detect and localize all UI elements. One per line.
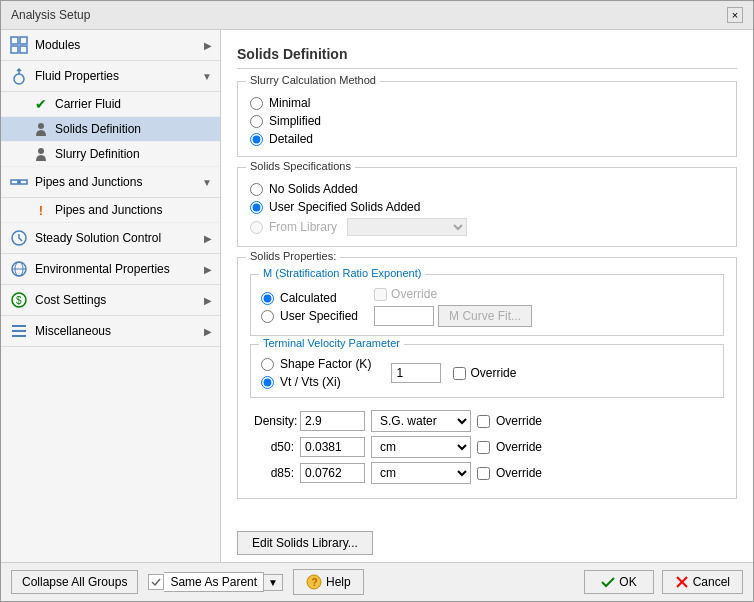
- svg-rect-2: [11, 46, 18, 53]
- m-group: M (Stratification Ratio Exponent) Calcul…: [250, 274, 724, 336]
- calculated-override-check[interactable]: [374, 288, 387, 301]
- svg-rect-15: [12, 325, 26, 327]
- pipes-junctions-label: Pipes and Junctions: [55, 203, 162, 217]
- from-library-label: From Library: [269, 220, 337, 234]
- user-specified-label: User Specified Solids Added: [269, 200, 420, 214]
- svg-rect-0: [11, 37, 18, 44]
- slurry-method-group: Slurry Calculation Method Minimal Simpli…: [237, 81, 737, 157]
- d50-override-label: Override: [496, 440, 542, 454]
- d85-override-check[interactable]: [477, 467, 490, 480]
- no-solids-radio[interactable]: [250, 183, 263, 196]
- calculated-radio[interactable]: [261, 292, 274, 305]
- d50-label: d50:: [254, 440, 294, 454]
- from-library-select[interactable]: [347, 218, 467, 236]
- shape-factor-radio-row: Shape Factor (K): [261, 357, 371, 371]
- close-button[interactable]: ×: [727, 7, 743, 23]
- ok-check-icon: [601, 575, 615, 589]
- fluid-icon: [9, 66, 29, 86]
- sidebar-group-steady: Steady Solution Control ▶: [1, 223, 220, 254]
- density-unit-select[interactable]: S.G. water kg/m³ lb/ft³: [371, 410, 471, 432]
- simplified-radio[interactable]: [250, 115, 263, 128]
- sidebar-item-pipes-junctions[interactable]: ! Pipes and Junctions: [1, 198, 220, 223]
- title-bar: Analysis Setup ×: [1, 1, 753, 30]
- user-specified-radio-row: User Specified Solids Added: [250, 200, 724, 214]
- sidebar-group-misc: Miscellaneous ▶: [1, 316, 220, 347]
- solids-properties-title: Solids Properties:: [246, 250, 340, 262]
- modules-icon: [9, 35, 29, 55]
- bottom-bar-left: Collapse All Groups Same As Parent ▼ ? H…: [11, 569, 574, 595]
- m-group-title: M (Stratification Ratio Exponent): [259, 267, 425, 279]
- steady-icon: [9, 228, 29, 248]
- help-label: Help: [326, 575, 351, 589]
- d50-row: d50: cm mm in Override: [254, 436, 724, 458]
- window-title: Analysis Setup: [11, 8, 90, 22]
- terminal-override-check[interactable]: [453, 367, 466, 380]
- m-user-value-input[interactable]: [374, 306, 434, 326]
- density-override-check[interactable]: [477, 415, 490, 428]
- solids-properties-group: Solids Properties: M (Stratification Rat…: [237, 257, 737, 499]
- density-input[interactable]: [300, 411, 365, 431]
- calculated-override-label: Override: [391, 287, 437, 301]
- bottom-bar-right: OK Cancel: [584, 570, 743, 594]
- sidebar-item-carrier-fluid[interactable]: ✔ Carrier Fluid: [1, 92, 220, 117]
- sidebar-group-cost: $ Cost Settings ▶: [1, 285, 220, 316]
- solids-definition-label: Solids Definition: [55, 122, 141, 136]
- d50-input[interactable]: [300, 437, 365, 457]
- vt-vts-label: Vt / Vts (Xi): [280, 375, 341, 389]
- same-as-parent-dropdown[interactable]: ▼: [264, 574, 283, 591]
- slurry-method-title: Slurry Calculation Method: [246, 74, 380, 86]
- m-curve-fit-button[interactable]: M Curve Fit...: [438, 305, 532, 327]
- misc-label: Miscellaneous: [35, 324, 204, 338]
- env-icon: [9, 259, 29, 279]
- sidebar-group-misc-header[interactable]: Miscellaneous ▶: [1, 316, 220, 347]
- simplified-label: Simplified: [269, 114, 321, 128]
- from-library-radio[interactable]: [250, 221, 263, 234]
- d50-unit-select[interactable]: cm mm in: [371, 436, 471, 458]
- fluid-chevron: ▼: [202, 71, 212, 82]
- sidebar-group-steady-header[interactable]: Steady Solution Control ▶: [1, 223, 220, 254]
- help-icon: ?: [306, 574, 322, 590]
- detailed-label: Detailed: [269, 132, 313, 146]
- same-as-parent-checkbox[interactable]: [148, 574, 164, 590]
- d85-input[interactable]: [300, 463, 365, 483]
- cost-icon: $: [9, 290, 29, 310]
- sidebar-group-env-header[interactable]: Environmental Properties ▶: [1, 254, 220, 285]
- vt-vts-radio[interactable]: [261, 376, 274, 389]
- solids-person-icon: [33, 121, 49, 137]
- d85-override-label: Override: [496, 466, 542, 480]
- d50-override-check[interactable]: [477, 441, 490, 454]
- edit-solids-library-button[interactable]: Edit Solids Library...: [237, 531, 373, 555]
- help-button[interactable]: ? Help: [293, 569, 364, 595]
- modules-chevron: ▶: [204, 40, 212, 51]
- misc-icon: [9, 321, 29, 341]
- sidebar-group-fluid-header[interactable]: Fluid Properties ▼: [1, 61, 220, 92]
- minimal-radio[interactable]: [250, 97, 263, 110]
- particle-params: Density: S.G. water kg/m³ lb/ft³ Overrid…: [250, 410, 724, 484]
- sidebar-group-env: Environmental Properties ▶: [1, 254, 220, 285]
- user-specified-radio[interactable]: [250, 201, 263, 214]
- terminal-value-input[interactable]: [391, 363, 441, 383]
- d85-unit-select[interactable]: cm mm in: [371, 462, 471, 484]
- section-title: Solids Definition: [237, 46, 737, 69]
- sidebar-group-fluid: Fluid Properties ▼ ✔ Carrier Fluid Solid…: [1, 61, 220, 167]
- solids-specs-group: Solids Specifications No Solids Added Us…: [237, 167, 737, 247]
- svg-point-8: [17, 180, 21, 184]
- sidebar-group-modules-header[interactable]: Modules ▶: [1, 30, 220, 61]
- collapse-all-button[interactable]: Collapse All Groups: [11, 570, 138, 594]
- svg-point-4: [14, 74, 24, 84]
- sidebar-group-pipes: Pipes and Junctions ▼ ! Pipes and Juncti…: [1, 167, 220, 223]
- ok-button[interactable]: OK: [584, 570, 653, 594]
- shape-factor-radio[interactable]: [261, 358, 274, 371]
- shape-factor-label: Shape Factor (K): [280, 357, 371, 371]
- sidebar-item-slurry-definition[interactable]: Slurry Definition: [1, 142, 220, 167]
- sidebar-group-cost-header[interactable]: $ Cost Settings ▶: [1, 285, 220, 316]
- user-specified-m-radio[interactable]: [261, 310, 274, 323]
- cancel-label: Cancel: [693, 575, 730, 589]
- sidebar-group-modules: Modules ▶: [1, 30, 220, 61]
- user-specified-m-label: User Specified: [280, 309, 358, 323]
- sidebar-group-pipes-header[interactable]: Pipes and Junctions ▼: [1, 167, 220, 198]
- pipes-chevron: ▼: [202, 177, 212, 188]
- sidebar-item-solids-definition[interactable]: Solids Definition: [1, 117, 220, 142]
- detailed-radio[interactable]: [250, 133, 263, 146]
- cancel-button[interactable]: Cancel: [662, 570, 743, 594]
